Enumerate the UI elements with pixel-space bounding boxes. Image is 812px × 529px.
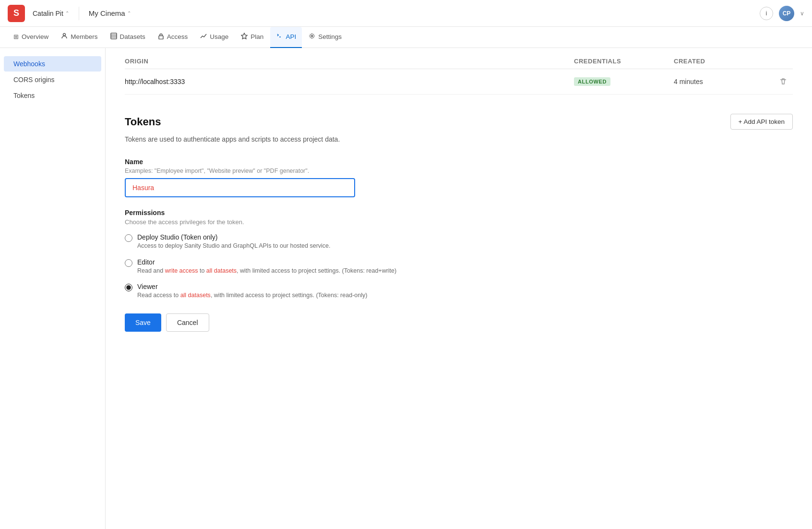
save-button[interactable]: Save bbox=[125, 313, 161, 332]
cors-table-row: http://localhost:3333 ALLOWED 4 minutes bbox=[125, 69, 793, 95]
allowed-badge: ALLOWED bbox=[574, 77, 610, 86]
cors-credentials-badge: ALLOWED bbox=[574, 77, 670, 86]
svg-point-6 bbox=[311, 35, 313, 37]
tab-members[interactable]: Members bbox=[55, 27, 103, 48]
user-name: Catalin Pit bbox=[33, 10, 63, 17]
avatar-chevron-icon: ∨ bbox=[800, 10, 804, 17]
radio-viewer[interactable] bbox=[125, 284, 132, 291]
main-layout: Webhooks CORS origins Tokens ORIGIN CRED… bbox=[0, 48, 812, 529]
svg-rect-1 bbox=[111, 33, 117, 39]
settings-icon bbox=[309, 33, 315, 41]
cors-origin-value: http://localhost:3333 bbox=[125, 78, 570, 85]
info-icon[interactable]: i bbox=[760, 7, 773, 20]
tokens-title: Tokens bbox=[125, 116, 161, 128]
overview-icon: ⊞ bbox=[13, 33, 19, 40]
tokens-description: Tokens are used to authenticate apps and… bbox=[125, 134, 793, 144]
tab-usage[interactable]: Usage bbox=[194, 27, 234, 48]
sidebar-item-webhooks[interactable]: Webhooks bbox=[4, 56, 101, 72]
tab-api[interactable]: API bbox=[270, 27, 302, 48]
avatar[interactable]: CP bbox=[779, 6, 794, 21]
sidebar-item-cors-origins[interactable]: CORS origins bbox=[4, 72, 101, 87]
deploy-studio-label: Deploy Studio (Token only) bbox=[137, 233, 331, 241]
datasets-icon bbox=[110, 33, 117, 41]
permissions-title: Permissions bbox=[125, 209, 793, 216]
viewer-desc: Read access to all datasets, with limite… bbox=[137, 291, 367, 300]
radio-deploy-studio[interactable] bbox=[125, 234, 132, 242]
svg-marker-5 bbox=[241, 33, 247, 39]
deploy-studio-desc: Access to deploy Sanity Studio and Graph… bbox=[137, 242, 331, 251]
cors-created-value: 4 minutes bbox=[674, 78, 770, 85]
plan-icon bbox=[241, 33, 248, 41]
tokens-header: Tokens + Add API token bbox=[125, 114, 793, 130]
tab-datasets[interactable]: Datasets bbox=[105, 27, 151, 48]
radio-editor[interactable] bbox=[125, 259, 132, 267]
project-chevron-icon: ⌃ bbox=[127, 11, 131, 16]
name-form-group: Name Examples: "Employee import", "Websi… bbox=[125, 158, 793, 197]
delete-cors-button[interactable] bbox=[774, 76, 793, 87]
col-origin: ORIGIN bbox=[125, 58, 570, 65]
usage-icon bbox=[200, 33, 207, 41]
tab-access[interactable]: Access bbox=[152, 27, 194, 48]
permissions-section: Permissions Choose the access privileges… bbox=[125, 209, 793, 300]
app-header: S Catalin Pit ⌃ My Cinema ⌃ i CP ∨ bbox=[0, 0, 812, 27]
user-menu[interactable]: Catalin Pit ⌃ bbox=[29, 8, 73, 19]
token-name-input[interactable] bbox=[125, 178, 355, 197]
cancel-button[interactable]: Cancel bbox=[166, 313, 209, 332]
cors-table-header: ORIGIN CREDENTIALS CREATED bbox=[125, 48, 793, 69]
editor-label: Editor bbox=[137, 258, 396, 266]
permissions-radio-group: Deploy Studio (Token only) Access to dep… bbox=[125, 233, 793, 300]
user-chevron-icon: ⌃ bbox=[65, 11, 69, 16]
col-credentials: CREDENTIALS bbox=[574, 58, 670, 65]
permission-deploy-studio[interactable]: Deploy Studio (Token only) Access to dep… bbox=[125, 233, 793, 251]
permission-viewer[interactable]: Viewer Read access to all datasets, with… bbox=[125, 283, 793, 300]
svg-rect-4 bbox=[159, 36, 163, 39]
project-name: My Cinema bbox=[89, 9, 125, 17]
name-hint: Examples: "Employee import", "Website pr… bbox=[125, 168, 793, 174]
viewer-label: Viewer bbox=[137, 283, 367, 290]
header-actions: i CP ∨ bbox=[760, 6, 804, 21]
permissions-hint: Choose the access privileges for the tok… bbox=[125, 218, 793, 226]
members-icon bbox=[61, 33, 68, 41]
tab-settings[interactable]: Settings bbox=[303, 27, 347, 48]
api-icon bbox=[276, 33, 283, 41]
project-selector[interactable]: My Cinema ⌃ bbox=[85, 7, 135, 19]
sidebar-item-tokens[interactable]: Tokens bbox=[4, 88, 101, 103]
tab-plan[interactable]: Plan bbox=[235, 27, 269, 48]
tab-overview[interactable]: ⊞ Overview bbox=[8, 27, 54, 48]
tokens-section: Tokens + Add API token Tokens are used t… bbox=[125, 114, 793, 332]
add-api-token-label: + Add API token bbox=[739, 118, 785, 125]
editor-desc: Read and write access to all datasets, w… bbox=[137, 267, 396, 276]
nav-tabs: ⊞ Overview Members Datasets Acc bbox=[0, 27, 812, 48]
app-logo: S bbox=[8, 5, 25, 22]
main-content: ORIGIN CREDENTIALS CREATED http://localh… bbox=[106, 48, 812, 529]
name-label: Name bbox=[125, 158, 793, 166]
svg-point-0 bbox=[63, 34, 66, 36]
permission-editor[interactable]: Editor Read and write access to all data… bbox=[125, 258, 793, 276]
access-icon bbox=[158, 33, 164, 41]
sidebar: Webhooks CORS origins Tokens bbox=[0, 48, 106, 529]
add-api-token-button[interactable]: + Add API token bbox=[730, 114, 793, 130]
header-divider bbox=[79, 7, 79, 20]
col-created: CREATED bbox=[674, 58, 770, 65]
form-actions: Save Cancel bbox=[125, 313, 793, 332]
